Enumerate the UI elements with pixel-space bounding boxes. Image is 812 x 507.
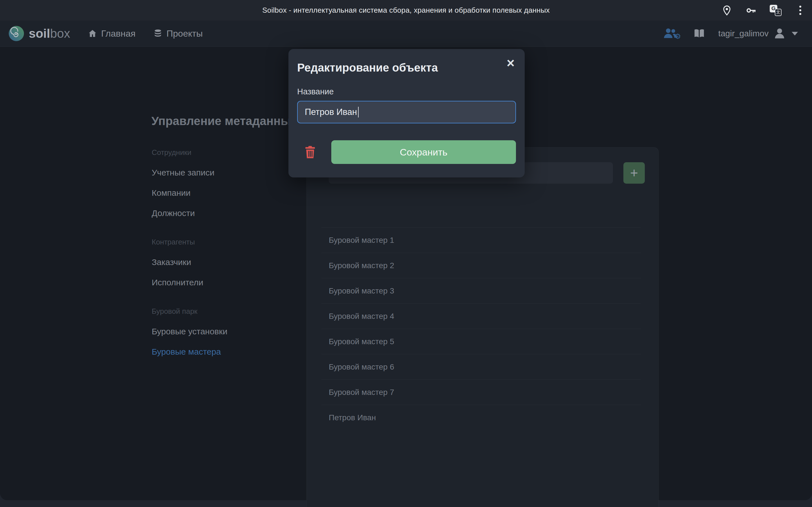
app-window-title: Soilbox - интеллектуальная система сбора… [262, 6, 550, 15]
list-item[interactable]: Буровой мастер 5 [321, 329, 641, 354]
gear-icon: ⚙ [674, 32, 681, 41]
key-icon[interactable] [746, 5, 757, 16]
sidebar-item-accounts[interactable]: Учетные записи [152, 168, 276, 177]
content-card: + Буровой мастер 1 Буровой мастер 2 Буро… [306, 147, 659, 507]
sidebar-caption-counterparties: Контрагенты [152, 237, 276, 246]
username: tagir_galimov [718, 29, 769, 38]
user-avatar-icon [773, 27, 786, 40]
masters-list: Буровой мастер 1 Буровой мастер 2 Бурово… [321, 227, 641, 430]
chevron-down-icon [792, 32, 798, 36]
brand-name: soilbox [29, 26, 70, 41]
modal-footer: Сохранить [297, 140, 516, 164]
add-item-button[interactable]: + [623, 162, 645, 184]
name-field-label: Название [297, 87, 516, 96]
brand-name-light: box [50, 26, 70, 40]
name-input[interactable]: Петров Иван [297, 101, 516, 123]
list-item[interactable]: Буровой мастер 6 [321, 354, 641, 379]
list-item[interactable]: Буровой мастер 3 [321, 278, 641, 303]
nav-projects[interactable]: Проекты [153, 29, 203, 39]
sidebar-item-contractors[interactable]: Исполнители [152, 278, 276, 287]
modal-title: Редактирование объекта [297, 61, 516, 74]
docs-book-icon[interactable] [694, 28, 705, 39]
user-management-icon[interactable]: ⚙ [662, 28, 680, 39]
location-icon[interactable] [721, 5, 732, 16]
sidebar-caption-drilling-park: Буровой парк [152, 307, 276, 316]
brand-name-bold: soil [29, 26, 50, 40]
nav-projects-label: Проекты [167, 29, 203, 39]
sidebar-item-drilling-masters[interactable]: Буровые мастера [152, 347, 276, 356]
trash-icon [305, 145, 316, 159]
page-title: Управление метаданными [151, 114, 307, 128]
soilbox-logo-icon [8, 25, 24, 41]
sidebar-caption-employees: Сотрудники [152, 148, 276, 157]
nav-home[interactable]: Главная [88, 29, 136, 39]
sidebar-item-customers[interactable]: Заказчики [152, 258, 276, 267]
save-button[interactable]: Сохранить [331, 140, 516, 164]
brand-logo[interactable]: soilbox [8, 25, 70, 41]
close-icon[interactable]: × [507, 56, 515, 70]
name-input-value: Петров Иван [305, 107, 357, 117]
sidebar-item-companies[interactable]: Компании [152, 188, 276, 198]
translate-icon[interactable]: G 文 [770, 5, 781, 16]
sidebar-item-drilling-rigs[interactable]: Буровые установки [152, 327, 276, 336]
list-item[interactable]: Буровой мастер 1 [321, 227, 641, 252]
header-right: ⚙ tagir_galimov [662, 27, 798, 40]
translate-icon-char: 文 [775, 9, 781, 16]
titlebar: Soilbox - интеллектуальная система сбора… [0, 0, 812, 20]
user-menu[interactable]: tagir_galimov [718, 27, 798, 40]
projects-stack-icon [153, 29, 163, 38]
nav-home-label: Главная [101, 29, 136, 39]
metadata-sidebar: Сотрудники Учетные записи Компании Должн… [152, 148, 276, 356]
list-item[interactable]: Буровой мастер 7 [321, 379, 641, 405]
home-icon [88, 29, 97, 38]
text-caret [358, 107, 359, 117]
list-item[interactable]: Буровой мастер 4 [321, 303, 641, 329]
list-item[interactable]: Буровой мастер 2 [321, 252, 641, 278]
list-item[interactable]: Петров Иван [321, 405, 641, 430]
app-header: soilbox Главная Проекты ⚙ [0, 20, 812, 47]
plus-icon: + [630, 166, 638, 180]
titlebar-actions: G 文 [721, 0, 806, 20]
delete-button[interactable] [305, 145, 316, 159]
sidebar-item-positions[interactable]: Должности [152, 209, 276, 218]
edit-object-modal: Редактирование объекта × Название Петров… [289, 49, 525, 177]
kebab-menu-icon[interactable] [795, 5, 806, 16]
